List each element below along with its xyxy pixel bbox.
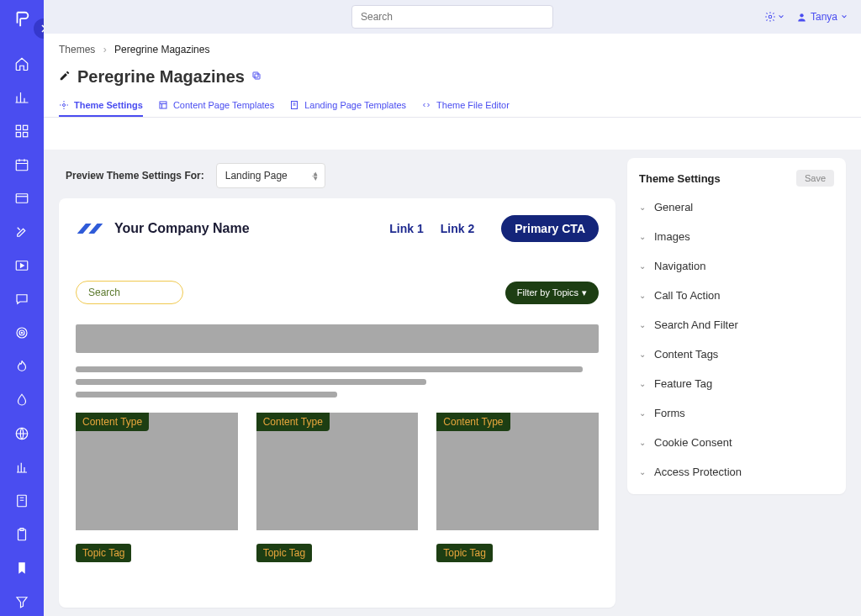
settings-panel: Theme Settings Save ⌄General ⌄Images ⌄Na… (627, 158, 846, 494)
breadcrumb-root[interactable]: Themes (59, 44, 95, 55)
select-arrows-icon: ▴▾ (314, 171, 318, 181)
svg-point-14 (769, 15, 772, 18)
primary-cta-button[interactable]: Primary CTA (501, 215, 599, 242)
target-icon[interactable] (12, 323, 32, 343)
hero-placeholder (76, 324, 599, 353)
globe-icon[interactable] (12, 424, 32, 444)
chevron-down-icon: ⌄ (639, 350, 646, 359)
nav-link-2[interactable]: Link 2 (441, 222, 474, 235)
svg-rect-19 (160, 102, 166, 108)
tabs: Theme Settings Content Page Templates La… (44, 95, 861, 118)
preview-select[interactable]: Landing Page ▴▾ (216, 163, 325, 188)
svg-rect-0 (16, 125, 20, 129)
svg-rect-2 (16, 133, 20, 137)
page-title: Peregrine Magazines (77, 67, 245, 87)
settings-section-general[interactable]: ⌄General (639, 197, 834, 218)
svg-rect-11 (18, 495, 27, 507)
chevron-down-icon: ⌄ (639, 261, 646, 271)
settings-section-access[interactable]: ⌄Access Protection (639, 461, 834, 482)
svg-rect-1 (24, 125, 28, 129)
svg-rect-16 (255, 74, 260, 79)
save-button[interactable]: Save (796, 170, 834, 187)
nav-link-1[interactable]: Link 1 (389, 222, 423, 235)
grid-icon[interactable] (12, 121, 32, 141)
content-card[interactable]: Content Type Topic Tag (76, 413, 238, 562)
company-logo-icon (76, 218, 104, 240)
calendar-icon[interactable] (12, 155, 32, 175)
preview-label: Preview Theme Settings For: (66, 170, 204, 182)
content-type-badge: Content Type (436, 413, 510, 431)
filter-topics-button[interactable]: Filter by Topics ▾ (505, 282, 599, 304)
tools-icon[interactable] (12, 222, 32, 242)
content-type-badge: Content Type (76, 413, 149, 431)
svg-point-7 (17, 328, 27, 338)
settings-section-cta[interactable]: ⌄Call To Action (639, 285, 834, 306)
chat-icon[interactable] (12, 289, 32, 309)
caret-down-icon: ▾ (582, 287, 587, 298)
company-name: Your Company Name (114, 221, 379, 236)
chevron-down-icon: ⌄ (639, 379, 646, 388)
chevron-down-icon: ⌄ (639, 408, 646, 418)
tab-theme-settings[interactable]: Theme Settings (59, 95, 143, 117)
sidebar (0, 0, 44, 616)
home-icon[interactable] (12, 54, 32, 74)
chart-icon[interactable] (12, 87, 32, 108)
chevron-down-icon: ⌄ (639, 438, 646, 447)
chevron-down-icon: ⌄ (639, 232, 646, 241)
svg-rect-17 (253, 72, 258, 77)
settings-section-tags[interactable]: ⌄Content Tags (639, 344, 834, 365)
topic-tag-badge: Topic Tag (76, 544, 131, 562)
svg-point-18 (63, 104, 66, 107)
app-logo (0, 10, 44, 29)
settings-section-search[interactable]: ⌄Search And Filter (639, 314, 834, 335)
droplet-icon[interactable] (12, 390, 32, 410)
chevron-down-icon: ⌄ (639, 320, 646, 329)
chevron-down-icon: ⌄ (639, 203, 646, 212)
svg-rect-3 (24, 133, 28, 137)
window-icon[interactable] (12, 188, 32, 208)
preview-search-input[interactable]: Search (76, 281, 183, 304)
page-icon[interactable] (12, 491, 32, 511)
chevron-down-icon: ⌄ (639, 291, 646, 300)
settings-panel-title: Theme Settings (639, 172, 721, 185)
topic-tag-badge: Topic Tag (436, 544, 492, 562)
tab-content-templates[interactable]: Content Page Templates (158, 95, 274, 117)
bookmark-icon[interactable] (12, 558, 32, 578)
breadcrumb-current: Peregrine Magazines (114, 44, 209, 55)
clipboard-icon[interactable] (12, 524, 32, 545)
global-search-input[interactable] (351, 5, 553, 29)
analytics-icon[interactable] (12, 457, 32, 477)
chevron-down-icon: ⌄ (639, 467, 646, 476)
settings-section-cookie[interactable]: ⌄Cookie Consent (639, 432, 834, 453)
svg-rect-4 (16, 161, 28, 171)
content-card[interactable]: Content Type Topic Tag (436, 413, 599, 562)
content-type-badge: Content Type (256, 413, 330, 431)
svg-point-15 (800, 13, 803, 17)
topbar: Tanya (44, 0, 861, 34)
tab-file-editor[interactable]: Theme File Editor (421, 95, 510, 117)
settings-section-forms[interactable]: ⌄Forms (639, 403, 834, 424)
user-name: Tanya (811, 11, 837, 23)
breadcrumb: Themes › Peregrine Magazines (44, 34, 861, 61)
svg-rect-5 (16, 194, 28, 203)
copy-icon[interactable] (251, 71, 261, 83)
gear-icon[interactable] (764, 11, 784, 23)
text-placeholder (76, 366, 599, 398)
main-content: Themes › Peregrine Magazines Peregrine M… (44, 34, 861, 616)
content-card[interactable]: Content Type Topic Tag (256, 413, 419, 562)
settings-section-navigation[interactable]: ⌄Navigation (639, 255, 834, 276)
play-icon[interactable] (12, 255, 32, 276)
settings-section-images[interactable]: ⌄Images (639, 226, 834, 247)
user-menu[interactable]: Tanya (796, 11, 848, 23)
theme-preview: Your Company Name Link 1 Link 2 Primary … (59, 198, 615, 608)
topic-tag-badge: Topic Tag (256, 544, 312, 562)
pencil-icon[interactable] (59, 70, 71, 84)
settings-section-feature-tag[interactable]: ⌄Feature Tag (639, 373, 834, 394)
svg-point-8 (19, 330, 24, 335)
filter-icon[interactable] (12, 592, 32, 612)
svg-point-9 (21, 332, 23, 334)
tab-landing-templates[interactable]: Landing Page Templates (289, 95, 406, 117)
flame-icon[interactable] (12, 356, 32, 376)
chevron-right-icon: › (103, 44, 107, 55)
